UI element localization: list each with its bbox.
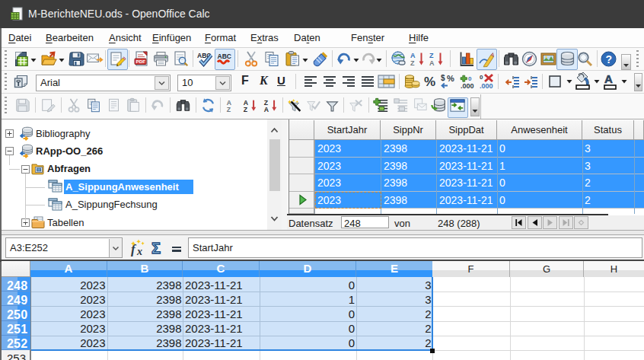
svg-text:0: 0 <box>480 74 483 81</box>
svg-text:ABC: ABC <box>218 53 231 60</box>
svg-text:A: A <box>410 52 416 59</box>
svg-text:?: ? <box>606 53 613 65</box>
svg-text:$: $ <box>441 74 445 82</box>
svg-text:Z: Z <box>410 59 415 67</box>
svg-text:A: A <box>604 72 613 85</box>
svg-text:A: A <box>264 106 269 113</box>
svg-text:%: % <box>447 74 454 83</box>
svg-text:A: A <box>429 59 435 67</box>
svg-text:.000: .000 <box>480 82 493 90</box>
svg-text:.000: .000 <box>461 82 474 90</box>
svg-text:PDF: PDF <box>136 59 146 64</box>
svg-text:x: x <box>136 246 142 257</box>
svg-text:%: % <box>424 75 435 89</box>
svg-text:Z: Z <box>429 52 434 59</box>
svg-text:Z: Z <box>227 106 231 113</box>
svg-text:Z: Z <box>244 106 248 113</box>
svg-text:Σ: Σ <box>151 240 161 256</box>
